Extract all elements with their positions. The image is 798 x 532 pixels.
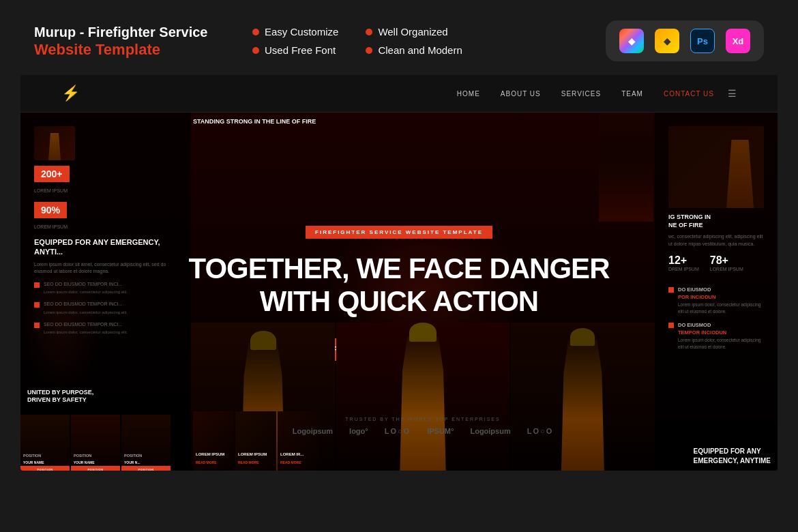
standing-section: STANDING STRONG IN THE LINE OF FIRE bbox=[193, 118, 316, 126]
feature-well-organized: Well Organized bbox=[366, 26, 462, 38]
website-preview: ⚡ HOME ABOUT US SERVICES TEAM CONTACT US… bbox=[20, 75, 778, 471]
feature-clean-modern: Clean and Modern bbox=[366, 44, 462, 56]
nav-team[interactable]: TEAM bbox=[621, 90, 643, 98]
feature-col-left: Easy Customize Used Free Font bbox=[252, 26, 338, 56]
stat-200-label: LOREM IPSUM bbox=[34, 188, 177, 195]
brand-subtitle: Website Template bbox=[34, 41, 211, 59]
tool-icons: ◆ ◆ Ps Xd bbox=[606, 20, 764, 61]
list-dot bbox=[34, 282, 40, 288]
brand-section: Murup - Firefighter Service Website Temp… bbox=[34, 23, 211, 59]
figma-icon: ◆ bbox=[619, 29, 644, 53]
team-card-1: POSITION YOUR NAME POSITION bbox=[20, 415, 70, 471]
team-cards: POSITION YOUR NAME POSITION POSITION YOU… bbox=[20, 415, 184, 471]
sketch-icon: ◆ bbox=[655, 29, 679, 53]
equipped-bottom-right: EQUIPPED FOR ANY EMERGENCY, ANYTIME bbox=[693, 447, 771, 466]
top-header: Murup - Firefighter Service Website Temp… bbox=[0, 0, 798, 75]
list-dot bbox=[34, 302, 40, 308]
truck-image bbox=[599, 113, 653, 222]
feature-dot bbox=[366, 47, 372, 54]
logo-3: LO○O bbox=[385, 427, 411, 435]
united-section: UNITED BY PURPOSE, DRIVEN BY SAFETY bbox=[27, 389, 93, 404]
hamburger-icon[interactable]: ☰ bbox=[728, 88, 737, 99]
ff-image-2 bbox=[336, 323, 509, 471]
logos-row: Logoipsum logo° LO○O IPSUM° Logoipsum LO… bbox=[191, 427, 655, 435]
photoshop-icon: Ps bbox=[690, 29, 715, 53]
feature-dot bbox=[252, 29, 259, 35]
nav-home[interactable]: HOME bbox=[457, 90, 480, 98]
preview-nav: ⚡ HOME ABOUT US SERVICES TEAM CONTACT US… bbox=[20, 75, 778, 113]
nav-logo: ⚡ bbox=[61, 85, 80, 102]
team-card-2: POSITION YOUR NAME POSITION bbox=[71, 415, 120, 471]
nav-about[interactable]: ABOUT US bbox=[501, 90, 541, 98]
logo-5: Logoipsum bbox=[470, 427, 510, 435]
trusted-section: TRUSTED BY THE WORLD TOP ENTERPRISES Log… bbox=[191, 417, 655, 435]
logo-6: LO○O bbox=[527, 427, 553, 435]
nav-contact[interactable]: CONTACT US bbox=[664, 90, 714, 98]
feature-dot bbox=[366, 29, 372, 35]
hero-section: 200+ LOREM IPSUM 90% LOREM IPSUM EQUIPPE… bbox=[20, 113, 778, 471]
trusted-label: TRUSTED BY THE WORLD TOP ENTERPRISES bbox=[191, 417, 655, 422]
logo-4: IPSUM° bbox=[427, 427, 454, 435]
nav-links: HOME ABOUT US SERVICES TEAM CONTACT US bbox=[457, 90, 714, 98]
team-card-3: POSITION YOUR N... POSITION bbox=[121, 415, 171, 471]
feature-col-right: Well Organized Clean and Modern bbox=[366, 26, 462, 56]
logo-2: logo° bbox=[349, 427, 368, 435]
brand-title: Murup - Firefighter Service bbox=[34, 23, 211, 41]
features-list: Easy Customize Used Free Font Well Organ… bbox=[252, 26, 462, 56]
logo-1: Logoipsum bbox=[293, 427, 333, 435]
feature-easy-customize: Easy Customize bbox=[252, 26, 338, 38]
ff-image-3 bbox=[511, 323, 655, 471]
nav-services[interactable]: SERVICES bbox=[561, 90, 601, 98]
list-dot bbox=[34, 323, 40, 328]
united-title: UNITED BY PURPOSE, DRIVEN BY SAFETY bbox=[27, 389, 93, 404]
xd-icon: Xd bbox=[726, 29, 750, 53]
stat-200: 200+ bbox=[34, 166, 70, 182]
feature-dot bbox=[252, 47, 259, 54]
equipped-title: EQUIPPED FOR ANY EMERGENCY, ANYTIME bbox=[693, 447, 771, 466]
feature-used-font: Used Free Font bbox=[252, 44, 338, 56]
stat-90: 90% bbox=[34, 202, 67, 218]
standing-title: STANDING STRONG IN THE LINE OF FIRE bbox=[193, 118, 316, 126]
hero-title: TOGETHER, WE FACE DANGER WITH QUICK ACTI… bbox=[189, 252, 610, 319]
hero-tag: FIREFIGHTER SERVICE WEBSITE TEMPLATE bbox=[306, 226, 492, 239]
